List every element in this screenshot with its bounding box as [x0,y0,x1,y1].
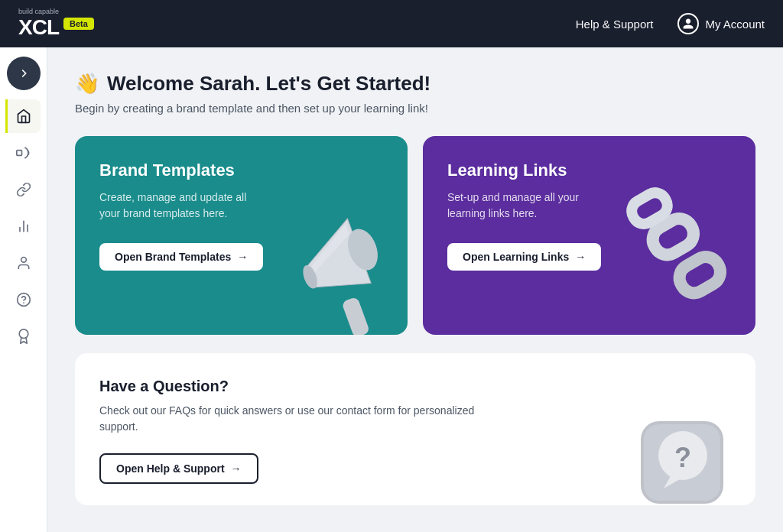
account-icon [677,13,699,34]
my-account-button[interactable]: My Account [677,13,765,34]
brand-card-title: Brand Templates [99,161,383,180]
open-brand-templates-button[interactable]: Open Brand Templates → [99,243,263,271]
learning-card-desc: Set-up and manage all your learning link… [447,190,616,222]
wave-emoji: 👋 [75,72,99,96]
help-card-title: Have a Question? [99,378,731,395]
sidebar [0,47,47,532]
svg-text:?: ? [674,442,691,473]
help-support-link[interactable]: Help & Support [576,18,654,31]
open-learning-links-button[interactable]: Open Learning Links → [447,243,601,271]
sidebar-item-links[interactable] [7,173,41,206]
brand-card-desc: Create, manage and update all your brand… [99,190,268,222]
sidebar-item-analytics[interactable] [7,209,41,243]
main-content: 👋 Welcome Sarah. Let's Get Started! Begi… [47,47,783,532]
nav-right: Help & Support My Account [576,13,765,34]
sidebar-item-award[interactable] [7,320,41,353]
help-card-desc: Check out our FAQs for quick answers or … [99,403,482,435]
chain-illustration [618,182,755,335]
megaphone-illustration [278,182,400,335]
welcome-text: Welcome Sarah. Let's Get Started! [107,72,430,96]
welcome-section: 👋 Welcome Sarah. Let's Get Started! Begi… [75,72,755,115]
welcome-title: 👋 Welcome Sarah. Let's Get Started! [75,72,755,96]
svg-rect-0 [16,151,21,156]
sidebar-item-home[interactable] [5,99,41,133]
cards-row: Brand Templates Create, manage and updat… [75,136,755,335]
top-navigation: build capable XCL Beta Help & Support My… [0,0,783,47]
open-help-support-button[interactable]: Open Help & Support → [99,453,258,484]
brand-templates-card: Brand Templates Create, manage and updat… [75,136,408,335]
account-label: My Account [705,18,765,31]
beta-badge: Beta [63,18,94,30]
help-card: Have a Question? Check out our FAQs for … [75,353,755,505]
logo-sub: build capable [18,8,59,15]
logo-main: XCL [18,15,59,40]
sidebar-toggle-button[interactable] [7,57,41,90]
sidebar-item-megaphone[interactable] [7,136,41,170]
logo[interactable]: build capable XCL Beta [18,8,94,40]
learning-links-card: Learning Links Set-up and manage all you… [423,136,755,335]
logo-area: build capable XCL Beta [18,8,94,40]
help-illustration: ? [633,414,733,505]
learning-card-title: Learning Links [447,161,731,180]
welcome-subtitle: Begin by creating a brand template and t… [75,102,755,115]
svg-point-8 [19,329,28,339]
sidebar-item-help[interactable] [7,283,41,316]
main-layout: 👋 Welcome Sarah. Let's Get Started! Begi… [0,47,783,532]
sidebar-item-profile[interactable] [7,246,41,280]
svg-rect-9 [341,297,370,335]
svg-rect-13 [674,252,726,298]
svg-point-5 [21,258,26,263]
